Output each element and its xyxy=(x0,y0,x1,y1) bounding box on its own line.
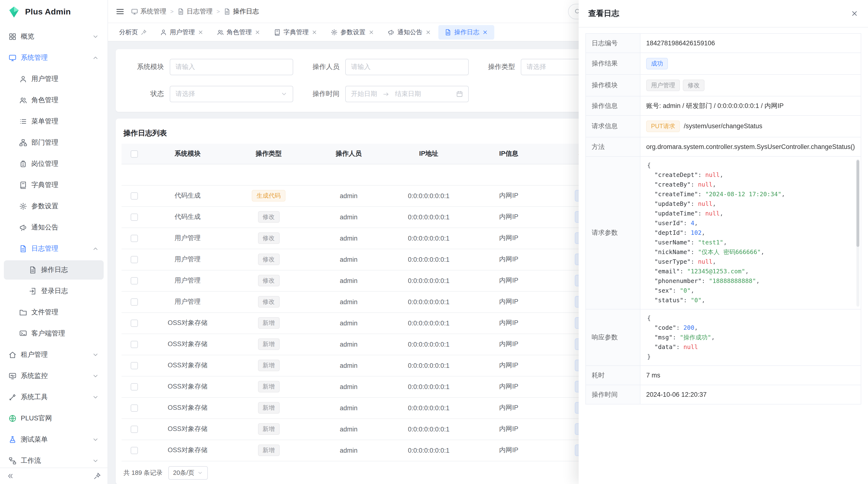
sidebar-item-test-menu[interactable]: 测试菜单 xyxy=(4,430,104,449)
sidebar-item-label: 测试菜单 xyxy=(21,435,48,444)
column-header: 操作人员 xyxy=(309,144,389,164)
breadcrumb-item[interactable]: 日志管理 xyxy=(178,7,213,16)
input-system-module[interactable]: 请输入 xyxy=(170,59,293,75)
cell-ip-info: 内网IP xyxy=(469,333,549,355)
breadcrumb-item[interactable]: 系统管理 xyxy=(131,7,166,16)
sidebar-item-client-management[interactable]: 客户端管理 xyxy=(4,324,104,343)
row-checkbox[interactable] xyxy=(130,341,138,348)
doc-icon xyxy=(19,245,27,253)
operation-type-tag: 新增 xyxy=(258,423,279,435)
close-tab-icon[interactable] xyxy=(311,29,317,35)
cell-ip-address: 0:0:0:0:0:0:0:1 xyxy=(389,418,469,440)
sidebar-item-overview[interactable]: 概览 xyxy=(4,27,104,46)
column-header: IP信息 xyxy=(469,144,549,164)
row-checkbox[interactable] xyxy=(130,298,138,305)
close-tab-icon[interactable] xyxy=(425,29,431,35)
tab-param-settings[interactable]: 参数设置 xyxy=(324,25,380,39)
sidebar-item-file-management[interactable]: 文件管理 xyxy=(4,303,104,322)
sidebar-item-post-management[interactable]: 岗位管理 xyxy=(4,154,104,173)
row-checkbox[interactable] xyxy=(130,405,138,412)
drawer-field-row: 日志编号1842781986426159106 xyxy=(586,33,861,53)
row-checkbox[interactable] xyxy=(130,256,138,263)
row-checkbox[interactable] xyxy=(130,214,138,221)
drawer-title: 查看日志 xyxy=(588,8,619,19)
row-checkbox[interactable] xyxy=(130,320,138,327)
tab-user-management[interactable]: 用户管理 xyxy=(154,25,210,39)
date-range-input[interactable]: 开始日期结束日期 xyxy=(345,86,469,102)
sidebar-item-dict-management[interactable]: 字典管理 xyxy=(4,175,104,195)
list-icon xyxy=(19,118,27,125)
sidebar-item-user-management[interactable]: 用户管理 xyxy=(4,69,104,89)
sidebar-item-dept-management[interactable]: 部门管理 xyxy=(4,133,104,152)
sidebar-item-workflow[interactable]: 工作流 xyxy=(4,451,104,467)
row-checkbox[interactable] xyxy=(130,277,138,284)
operation-type-tag: 生成代码 xyxy=(252,190,285,201)
sidebar-item-label: 通知公告 xyxy=(31,223,58,232)
breadcrumb-item[interactable]: 操作日志 xyxy=(224,7,259,16)
collapse-sidebar-icon[interactable] xyxy=(7,473,14,480)
filter-field-label: 操作类型 xyxy=(474,63,521,71)
pin-icon[interactable] xyxy=(141,29,147,35)
row-checkbox-cell xyxy=(122,206,147,228)
sidebar-item-operation-log[interactable]: 操作日志 xyxy=(4,260,104,280)
sidebar-item-system-monitor[interactable]: 系统监控 xyxy=(4,366,104,386)
close-tab-icon[interactable] xyxy=(198,29,204,35)
sidebar-item-system-management[interactable]: 系统管理 xyxy=(4,48,104,67)
grid-icon xyxy=(9,33,17,40)
tools-icon xyxy=(9,393,17,401)
monitor-icon xyxy=(9,54,17,62)
user-icon xyxy=(19,75,27,83)
sidebar-item-system-tools[interactable]: 系统工具 xyxy=(4,388,104,407)
close-icon[interactable] xyxy=(850,10,858,18)
cell-ip-address: 0:0:0:0:0:0:0:1 xyxy=(389,270,469,291)
row-checkbox[interactable] xyxy=(130,447,138,454)
row-checkbox-cell xyxy=(122,185,147,206)
placeholder-text: 请选择 xyxy=(176,90,195,98)
sidebar-item-tenant-management[interactable]: 租户管理 xyxy=(4,345,104,364)
tab-notice[interactable]: 通知公告 xyxy=(381,25,437,39)
input-operator[interactable]: 请输入 xyxy=(345,59,469,75)
cell-system-module: 用户管理 xyxy=(147,228,228,249)
row-checkbox[interactable] xyxy=(130,362,138,369)
row-checkbox[interactable] xyxy=(130,192,138,200)
sidebar-item-param-settings[interactable]: 参数设置 xyxy=(4,197,104,216)
drawer-field-row: 操作时间2024-10-06 12:20:37 xyxy=(586,385,861,404)
cell-ip-address: 0:0:0:0:0:0:0:1 xyxy=(389,376,469,397)
cell-operation-type: 生成代码 xyxy=(228,185,309,206)
menu-toggle-icon[interactable] xyxy=(116,7,124,16)
app-logo[interactable]: Plus Admin xyxy=(0,0,107,24)
breadcrumb-separator: > xyxy=(217,8,220,15)
pin-sidebar-icon[interactable] xyxy=(94,473,101,480)
cell-ip-address: 0:0:0:0:0:0:0:1 xyxy=(389,440,469,461)
sidebar-item-menu-management[interactable]: 菜单管理 xyxy=(4,112,104,131)
tab-analysis[interactable]: 分析页 xyxy=(113,25,153,39)
scrollbar-thumb[interactable] xyxy=(857,160,859,247)
cell-ip-info: 内网IP xyxy=(469,291,549,312)
drawer-field-value: { "code": 200, "msg": "操作成功", "data": nu… xyxy=(640,309,861,366)
flask-icon xyxy=(9,436,17,444)
sidebar-item-login-log[interactable]: 登录日志 xyxy=(4,282,104,301)
sidebar-menu: 概览系统管理用户管理角色管理菜单管理部门管理岗位管理字典管理参数设置通知公告日志… xyxy=(0,24,107,467)
cell-ip-address: 0:0:0:0:0:0:0:1 xyxy=(389,185,469,206)
page-size-select[interactable]: 20条/页 xyxy=(168,466,208,479)
sidebar-item-log-management[interactable]: 日志管理 xyxy=(4,239,104,258)
folder-icon xyxy=(19,309,27,316)
close-tab-icon[interactable] xyxy=(482,29,488,35)
row-checkbox[interactable] xyxy=(130,383,138,390)
tab-operation-log[interactable]: 操作日志 xyxy=(438,25,494,39)
row-checkbox[interactable] xyxy=(130,426,138,433)
row-checkbox[interactable] xyxy=(130,235,138,242)
close-tab-icon[interactable] xyxy=(368,29,374,35)
sidebar-item-notice[interactable]: 通知公告 xyxy=(4,218,104,237)
breadcrumb-label: 日志管理 xyxy=(187,7,213,16)
sidebar-item-label: 用户管理 xyxy=(31,75,58,84)
select-status[interactable]: 请选择 xyxy=(170,86,293,102)
tab-role-management[interactable]: 角色管理 xyxy=(211,25,267,39)
close-tab-icon[interactable] xyxy=(255,29,260,35)
cell-system-module: 用户管理 xyxy=(147,249,228,270)
operation-type-tag: 新增 xyxy=(258,360,279,371)
tab-dict-management[interactable]: 字典管理 xyxy=(268,25,323,39)
sidebar-item-plus-website[interactable]: PLUS官网 xyxy=(4,409,104,428)
select-all-checkbox[interactable] xyxy=(130,150,138,157)
sidebar-item-role-management[interactable]: 角色管理 xyxy=(4,91,104,110)
